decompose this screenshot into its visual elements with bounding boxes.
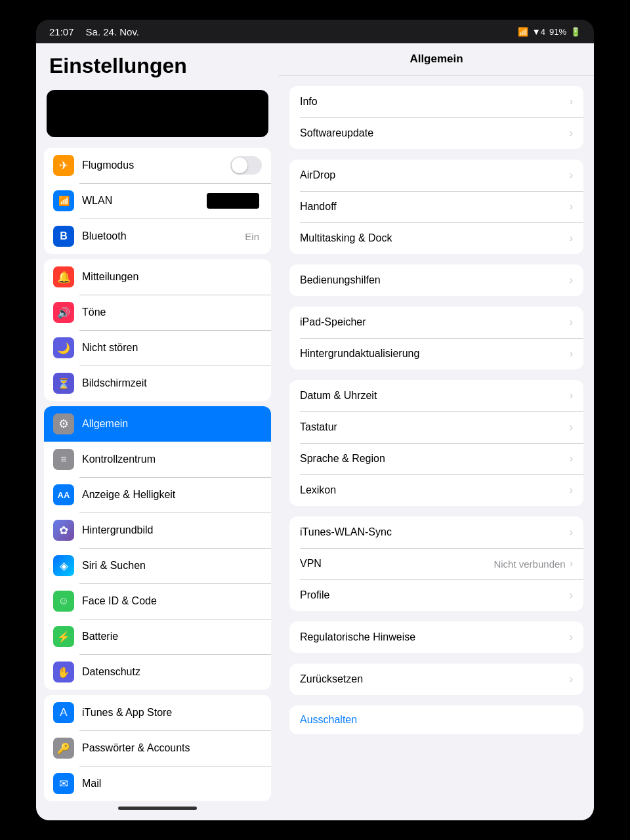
settings-item-airdrop[interactable]: AirDrop › xyxy=(289,159,583,191)
sidebar-item-flugmodus[interactable]: ✈ Flugmodus xyxy=(44,148,271,183)
system-group: ⚙ Allgemein ≡ Kontrollzentrum AA Anzeige… xyxy=(44,406,271,690)
multitasking-label: Multitasking & Dock xyxy=(300,232,570,244)
info-label: Info xyxy=(300,96,570,108)
sidebar-item-itunes[interactable]: A iTunes & App Store xyxy=(44,695,271,730)
settings-item-tastatur[interactable]: Tastatur › xyxy=(289,411,583,443)
status-time: 21:07 xyxy=(49,26,74,37)
ipad-speicher-chevron: › xyxy=(570,316,573,328)
lexikon-label: Lexikon xyxy=(300,484,570,496)
signal-icon: ▼4 xyxy=(532,27,545,37)
sidebar-item-bluetooth[interactable]: B Bluetooth Ein xyxy=(44,219,271,254)
wlan-value-hidden xyxy=(207,193,259,209)
settings-item-handoff[interactable]: Handoff › xyxy=(289,191,583,222)
sidebar-item-kontrollzentrum[interactable]: ≡ Kontrollzentrum xyxy=(44,442,271,477)
settings-item-info[interactable]: Info › xyxy=(289,86,583,117)
vpn-label: VPN xyxy=(300,558,494,570)
bedienungshilfen-label: Bedienungshilfen xyxy=(300,274,570,286)
settings-item-bedienungshilfen[interactable]: Bedienungshilfen › xyxy=(289,264,583,296)
vpn-value: Nicht verbunden xyxy=(494,558,565,570)
tastatur-label: Tastatur xyxy=(300,421,570,433)
bildschirmzeit-label: Bildschirmzeit xyxy=(82,377,262,389)
bluetooth-value: Ein xyxy=(245,231,259,242)
sidebar-item-batterie[interactable]: ⚡ Batterie xyxy=(44,619,271,654)
datum-label: Datum & Uhrzeit xyxy=(300,390,570,402)
flugmodus-toggle[interactable] xyxy=(230,156,262,175)
sidebar-title: Einstellungen xyxy=(36,43,279,85)
settings-item-vpn[interactable]: VPN Nicht verbunden › xyxy=(289,548,583,579)
status-date: Sa. 24. Nov. xyxy=(86,26,139,37)
softwareupdate-label: Softwareupdate xyxy=(300,127,570,139)
settings-item-multitasking[interactable]: Multitasking & Dock › xyxy=(289,222,583,254)
mail-label: Mail xyxy=(82,778,262,789)
sidebar-item-datenschutz[interactable]: ✋ Datenschutz xyxy=(44,654,271,690)
settings-item-datum[interactable]: Datum & Uhrzeit › xyxy=(289,380,583,411)
handoff-chevron: › xyxy=(570,201,573,213)
settings-item-softwareupdate[interactable]: Softwareupdate › xyxy=(289,117,583,149)
settings-item-ipad-speicher[interactable]: iPad-Speicher › xyxy=(289,306,583,338)
apps-group: A iTunes & App Store 🔑 Passwörter & Acco… xyxy=(44,695,271,801)
sprache-chevron: › xyxy=(570,453,573,465)
sprache-label: Sprache & Region xyxy=(300,453,570,465)
sidebar-item-mail[interactable]: ✉ Mail xyxy=(44,766,271,801)
info-chevron: › xyxy=(570,96,573,108)
settings-group-4: iPad-Speicher › Hintergrundaktualisierun… xyxy=(289,306,583,369)
wifi-icon: 📶 xyxy=(518,27,528,37)
settings-item-zuruecksetzen[interactable]: Zurücksetzen › xyxy=(289,663,583,695)
hintergrundbild-icon: ✿ xyxy=(53,520,74,541)
connectivity-group: ✈ Flugmodus 📶 WLAN B Bluetooth Ein xyxy=(44,148,271,254)
kontrollzentrum-label: Kontrollzentrum xyxy=(82,453,262,465)
notifications-group: 🔔 Mitteilungen 🔊 Töne 🌙 Nicht stören ⏳ B… xyxy=(44,259,271,401)
settings-item-regulatorische[interactable]: Regulatorische Hinweise › xyxy=(289,621,583,653)
faceid-label: Face ID & Code xyxy=(82,595,262,607)
zuruecksetzen-chevron: › xyxy=(570,673,573,685)
handoff-label: Handoff xyxy=(300,201,570,213)
batterie-label: Batterie xyxy=(82,631,262,642)
tastatur-chevron: › xyxy=(570,421,573,433)
settings-group-ausschalten: Ausschalten xyxy=(289,705,583,734)
kontrollzentrum-icon: ≡ xyxy=(53,449,74,470)
airdrop-label: AirDrop xyxy=(300,169,570,181)
sidebar-item-anzeige[interactable]: AA Anzeige & Helligkeit xyxy=(44,477,271,513)
datenschutz-label: Datenschutz xyxy=(82,666,262,678)
airdrop-chevron: › xyxy=(570,169,573,181)
settings-item-profile[interactable]: Profile › xyxy=(289,579,583,611)
panel-title: Allgemein xyxy=(279,43,594,75)
settings-group-2: AirDrop › Handoff › Multitasking & Dock … xyxy=(289,159,583,254)
ausschalten-button[interactable]: Ausschalten xyxy=(289,705,583,734)
sidebar-item-bildschirmzeit[interactable]: ⏳ Bildschirmzeit xyxy=(44,366,271,401)
mail-icon: ✉ xyxy=(53,773,74,794)
settings-item-itunes-wlan[interactable]: iTunes-WLAN-Sync › xyxy=(289,516,583,548)
sidebar-item-wlan[interactable]: 📶 WLAN xyxy=(44,183,271,219)
right-panel: Allgemein Info › Softwareupdate › AirDro… xyxy=(279,43,594,820)
sidebar-item-allgemein[interactable]: ⚙ Allgemein xyxy=(44,406,271,442)
profile-label: Profile xyxy=(300,589,570,601)
flugmodus-label: Flugmodus xyxy=(82,159,230,171)
nicht-stoeren-label: Nicht stören xyxy=(82,342,262,354)
profile-area[interactable] xyxy=(47,90,268,137)
sidebar-item-nicht-stoeren[interactable]: 🌙 Nicht stören xyxy=(44,330,271,366)
allgemein-icon: ⚙ xyxy=(53,413,74,434)
settings-item-lexikon[interactable]: Lexikon › xyxy=(289,474,583,506)
sidebar-item-mitteilungen[interactable]: 🔔 Mitteilungen xyxy=(44,259,271,295)
settings-item-sprache[interactable]: Sprache & Region › xyxy=(289,443,583,474)
settings-group-6: iTunes-WLAN-Sync › VPN Nicht verbunden ›… xyxy=(289,516,583,611)
mitteilungen-label: Mitteilungen xyxy=(82,271,262,283)
status-bar: 21:07 Sa. 24. Nov. 📶 ▼4 91% 🔋 xyxy=(36,20,594,43)
itunes-wlan-chevron: › xyxy=(570,526,573,538)
softwareupdate-chevron: › xyxy=(570,127,573,139)
sidebar-item-faceid[interactable]: ☺ Face ID & Code xyxy=(44,583,271,619)
sidebar-item-passwoerter[interactable]: 🔑 Passwörter & Accounts xyxy=(44,730,271,766)
settings-item-hintergrundaktualisierung[interactable]: Hintergrundaktualisierung › xyxy=(289,338,583,369)
toene-label: Töne xyxy=(82,306,262,318)
settings-group-1: Info › Softwareupdate › xyxy=(289,86,583,149)
mitteilungen-icon: 🔔 xyxy=(53,266,74,287)
sidebar-item-hintergrundbild[interactable]: ✿ Hintergrundbild xyxy=(44,513,271,548)
sidebar-item-siri[interactable]: ◈ Siri & Suchen xyxy=(44,548,271,583)
itunes-wlan-label: iTunes-WLAN-Sync xyxy=(300,526,570,538)
wlan-icon: 📶 xyxy=(53,190,74,211)
zuruecksetzen-label: Zurücksetzen xyxy=(300,673,570,685)
itunes-icon: A xyxy=(53,702,74,723)
sidebar-item-toene[interactable]: 🔊 Töne xyxy=(44,295,271,330)
allgemein-label: Allgemein xyxy=(82,418,262,430)
batterie-icon: ⚡ xyxy=(53,626,74,647)
